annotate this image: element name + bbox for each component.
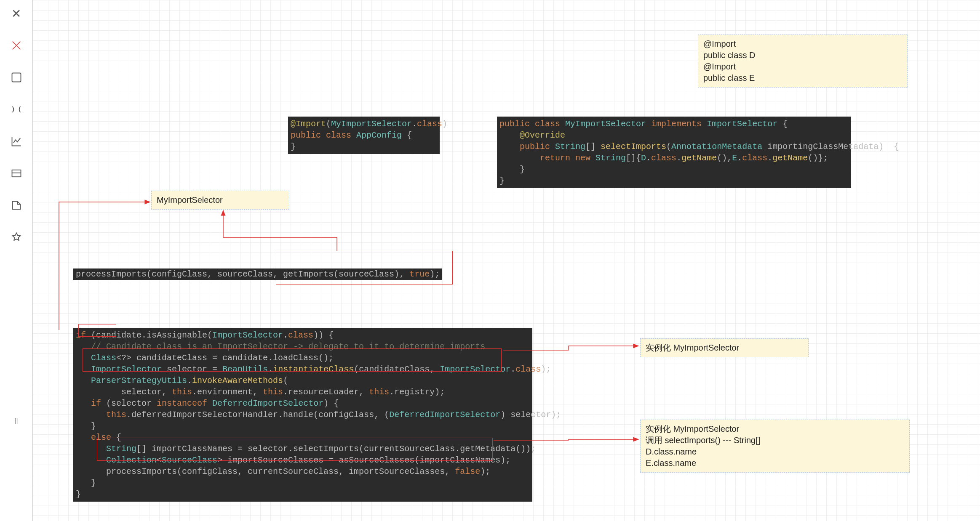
t: class <box>515 364 541 374</box>
t: AppConfig <box>356 130 407 140</box>
t: @Import <box>291 119 326 129</box>
t: false <box>455 467 480 476</box>
t: . <box>646 153 651 163</box>
t: String <box>106 444 136 454</box>
t: . <box>412 119 417 129</box>
t <box>499 142 520 152</box>
t: { <box>782 119 788 129</box>
t: processImports(configClass, currentSourc… <box>76 467 455 476</box>
t: (), <box>717 153 732 163</box>
t: { <box>407 130 412 140</box>
t: } <box>76 421 96 431</box>
note-instantiate[interactable]: 实例化 MyImportSelector <box>640 338 809 357</box>
t: Collection <box>106 455 157 465</box>
t: Class <box>91 353 116 363</box>
t <box>76 342 91 351</box>
t: . <box>187 376 192 385</box>
t <box>76 433 91 442</box>
t: E <box>732 153 737 163</box>
t: > importSourceClasses = asSourceClasses(… <box>217 455 510 465</box>
t: processImports(configClass, sourceClass,… <box>76 269 409 279</box>
t: instanceof <box>157 399 212 408</box>
t <box>76 353 91 363</box>
t: )) { <box>313 330 334 340</box>
t: ); <box>480 467 490 476</box>
t: class <box>417 119 442 129</box>
t: ()}; <box>808 153 828 163</box>
t: .resourceLoader, <box>283 387 369 397</box>
t: class <box>742 153 767 163</box>
t: (candidate.isAssignable( <box>91 330 212 340</box>
t: class <box>288 330 313 340</box>
t: SourceClass <box>162 455 217 465</box>
t: true <box>409 269 430 279</box>
t <box>76 376 91 385</box>
sidebar: ✕ || <box>0 0 33 521</box>
t: getName <box>681 153 717 163</box>
sidebar-tool-7[interactable] <box>8 229 25 246</box>
t: } <box>499 165 525 174</box>
code-appconfig[interactable]: @Import(MyImportSelector.class) public c… <box>288 117 440 154</box>
sidebar-tool-4[interactable] <box>8 133 25 150</box>
t: DeferredImportSelector <box>389 410 500 420</box>
t: ImportSelector <box>212 330 283 340</box>
t <box>499 153 540 163</box>
t: ImportSelector <box>440 364 510 374</box>
t: . <box>510 364 515 374</box>
t: this <box>369 387 389 397</box>
t: getName <box>772 153 808 163</box>
t: (selector <box>106 399 157 408</box>
note-classes-d-e[interactable]: @Import public class D @Import public cl… <box>698 35 908 88</box>
sidebar-tool-1[interactable] <box>8 37 25 54</box>
t: ImportSelector <box>91 364 167 374</box>
t: ) { <box>323 399 339 408</box>
t: if <box>76 330 91 340</box>
t: class <box>651 153 676 163</box>
note-myimportselector[interactable]: MyImportSelector <box>151 191 289 210</box>
t: ) selector); <box>500 410 561 420</box>
code-myimportselector[interactable]: public class MyImportSelector implements… <box>497 117 851 188</box>
t: (candidateClass, <box>354 364 440 374</box>
t: invokeAwareMethods <box>192 376 283 385</box>
sidebar-tool-2[interactable] <box>8 69 25 86</box>
close-icon[interactable]: ✕ <box>8 5 25 22</box>
note-detail[interactable]: 实例化 MyImportSelector 调用 selectImports() … <box>640 420 910 473</box>
t: . <box>283 330 288 340</box>
t: selector, <box>76 387 172 397</box>
t: .registry); <box>389 387 445 397</box>
t: } <box>291 142 296 152</box>
svg-rect-1 <box>12 170 21 177</box>
t: ImportSelector <box>707 119 782 129</box>
sidebar-tool-3[interactable] <box>8 101 25 118</box>
t: D <box>641 153 646 163</box>
t: @Override <box>520 130 565 140</box>
t: importingClassMetadata) { <box>767 142 899 152</box>
sidebar-tool-5[interactable] <box>8 165 25 182</box>
svg-rect-0 <box>12 73 21 82</box>
t: String <box>595 153 626 163</box>
t: this <box>106 410 126 420</box>
t: .environment, <box>192 387 263 397</box>
t: AnnotationMetadata <box>671 142 767 152</box>
t: selectImports <box>601 142 666 152</box>
t: []{ <box>626 153 641 163</box>
sidebar-tool-6[interactable] <box>8 197 25 214</box>
t: else <box>91 433 116 442</box>
code-processimports-line[interactable]: processImports(configClass, sourceClass,… <box>73 268 442 280</box>
t: [] <box>585 142 601 152</box>
diagram-canvas[interactable]: ✕ || @Import public class D @Import publ… <box>0 0 980 521</box>
t: this <box>172 387 192 397</box>
t: . <box>268 364 273 374</box>
t: selector = <box>167 364 222 374</box>
t: ( <box>666 142 671 152</box>
t: DeferredImportSelector <box>212 399 323 408</box>
t: .deferredImportSelectorHandler.handle(co… <box>126 410 389 420</box>
t: < <box>157 455 162 465</box>
code-if-block[interactable]: if (candidate.isAssignable(ImportSelecto… <box>73 328 532 502</box>
t: . <box>737 153 742 163</box>
sidebar-collapse-icon[interactable]: || <box>8 412 25 429</box>
t <box>76 399 91 408</box>
t: ParserStrategyUtils <box>91 376 187 385</box>
t: } <box>76 478 96 488</box>
t: return new <box>540 153 595 163</box>
